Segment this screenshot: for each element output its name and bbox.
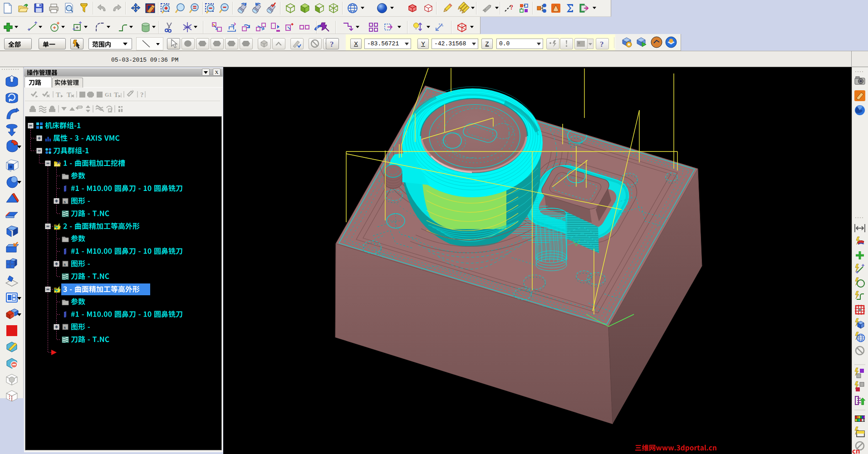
svg-text:s: s — [64, 199, 66, 204]
svg-text:s: s — [64, 324, 66, 330]
svg-text:?: ? — [600, 40, 604, 49]
svg-text:?: ? — [330, 40, 334, 49]
svg-text:?: ? — [510, 4, 513, 11]
svg-text:s: s — [64, 261, 66, 267]
